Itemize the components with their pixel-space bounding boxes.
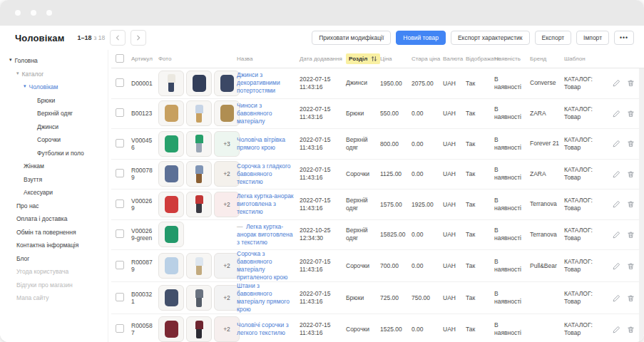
product-photo-thumb[interactable] bbox=[186, 161, 212, 187]
more-actions-button[interactable]: ••• bbox=[614, 31, 634, 45]
row-checkbox[interactable] bbox=[116, 293, 124, 301]
row-checkbox[interactable] bbox=[116, 139, 124, 147]
sidebar-item-sorochky[interactable]: Сорочки bbox=[0, 133, 108, 147]
edit-button[interactable] bbox=[613, 262, 620, 270]
sidebar-item-pro-nas[interactable]: Про нас bbox=[0, 200, 108, 213]
edit-button[interactable] bbox=[613, 110, 620, 118]
model-image bbox=[195, 105, 203, 123]
product-photo-thumb[interactable] bbox=[214, 100, 240, 126]
sidebar-item-oplata-i-dostavka[interactable]: Оплата і доставка bbox=[0, 212, 108, 226]
photo-more-badge[interactable]: +2 bbox=[214, 192, 240, 217]
sidebar-item-vzuttya[interactable]: Взуття bbox=[0, 173, 108, 187]
sidebar-item-vidguky-pro-magazyn[interactable]: Відгуки про магазин bbox=[0, 279, 108, 292]
product-photo-thumb[interactable] bbox=[214, 71, 240, 96]
product-photo-thumb[interactable] bbox=[158, 161, 184, 187]
product-photo-thumb[interactable] bbox=[158, 316, 184, 342]
row-checkbox[interactable] bbox=[116, 261, 124, 269]
sidebar-item-bryuky[interactable]: Брюки bbox=[0, 94, 108, 108]
edit-button[interactable] bbox=[613, 140, 620, 147]
sidebar-item-katalog[interactable]: ▾Каталог bbox=[0, 68, 108, 81]
edit-button[interactable] bbox=[613, 231, 620, 239]
edit-button[interactable] bbox=[613, 326, 620, 333]
hide-modifications-button[interactable]: Приховати модифікації bbox=[312, 31, 391, 45]
row-checkbox[interactable] bbox=[116, 324, 124, 333]
edit-button[interactable] bbox=[613, 200, 620, 208]
sidebar-item-verkhniy-odyag[interactable]: Верхній одяг bbox=[0, 107, 108, 120]
delete-button[interactable] bbox=[627, 294, 635, 302]
edit-button[interactable] bbox=[613, 79, 620, 87]
next-page-button[interactable] bbox=[131, 30, 146, 46]
product-name-link[interactable]: Сорочка з бавовняного матеріалу притален… bbox=[237, 250, 287, 281]
product-photo-thumb[interactable] bbox=[186, 253, 212, 279]
sidebar-item-cholovikam[interactable]: ▾Чоловікам bbox=[0, 81, 108, 94]
photo-more-badge[interactable]: +2 bbox=[214, 285, 240, 311]
photo-more-badge[interactable]: +3 bbox=[214, 131, 240, 157]
sidebar-item-ugoda-korystuvacha[interactable]: Угода користувача bbox=[0, 265, 108, 279]
product-photo-thumb[interactable] bbox=[186, 100, 212, 126]
product-name-link[interactable]: Чоловіча вітрівка прямого крою bbox=[237, 136, 285, 151]
product-name-link[interactable]: Легка куртка-анорак виготовлена з тексти… bbox=[237, 223, 292, 246]
photo-more-badge[interactable]: +2 bbox=[214, 161, 240, 187]
sidebar-item-kontaktna-informatsiya[interactable]: Контактна інформація bbox=[0, 239, 108, 252]
price-cell: 1575.00 bbox=[380, 201, 412, 208]
product-photo-thumb[interactable] bbox=[186, 131, 212, 157]
delete-button[interactable] bbox=[627, 79, 635, 87]
currency-cell: UAH bbox=[443, 110, 466, 117]
delete-button[interactable] bbox=[627, 140, 635, 147]
row-checkbox[interactable] bbox=[116, 169, 124, 177]
edit-button[interactable] bbox=[613, 294, 620, 302]
photo-more-badge[interactable]: +2 bbox=[214, 253, 240, 279]
delete-button[interactable] bbox=[627, 110, 635, 118]
sidebar-item-mapa-saytu[interactable]: Мапа сайту bbox=[0, 291, 108, 305]
import-button[interactable]: Імпорт bbox=[576, 31, 609, 45]
product-name-link[interactable]: Чиноси з бавовняного матеріалу bbox=[237, 102, 272, 125]
delete-button[interactable] bbox=[627, 231, 635, 239]
product-name-link[interactable]: Штани з бавовняного матеріалу прямого кр… bbox=[237, 282, 290, 313]
row-select-cell bbox=[111, 78, 131, 88]
photo-more-badge[interactable]: +2 bbox=[214, 316, 240, 342]
window-dot-icon[interactable] bbox=[15, 10, 21, 16]
export-button[interactable]: Експорт bbox=[535, 31, 572, 45]
model-top bbox=[195, 165, 203, 174]
product-photo-thumb[interactable] bbox=[158, 131, 184, 157]
product-photo-thumb[interactable] bbox=[158, 71, 184, 96]
prev-page-button[interactable] bbox=[110, 30, 126, 46]
sidebar-item-zhinkam[interactable]: Жінкам bbox=[0, 160, 108, 173]
sidebar-item-dzhynsy[interactable]: Джинси bbox=[0, 120, 108, 134]
product-photo-thumb[interactable] bbox=[186, 71, 212, 96]
row-checkbox[interactable] bbox=[116, 229, 124, 238]
sidebar-item-golovna[interactable]: ▾Головна bbox=[0, 54, 108, 68]
product-name-link[interactable]: Чоловічі сорочки з легкого текстилю bbox=[237, 321, 289, 336]
delete-button[interactable] bbox=[627, 262, 635, 270]
row-checkbox[interactable] bbox=[116, 200, 124, 208]
sidebar-item-aksesuary[interactable]: Аксесуари bbox=[0, 186, 108, 200]
sidebar-item-futbolky-i-polo[interactable]: Футболки и поло bbox=[0, 147, 108, 160]
product-photo-thumb[interactable] bbox=[186, 192, 212, 217]
brand-cell: Forever 21 bbox=[530, 140, 564, 147]
window-dot-icon[interactable] bbox=[46, 10, 52, 16]
product-photo-thumb[interactable] bbox=[158, 253, 184, 279]
product-name-link[interactable]: Джинси з декоративними потертостями bbox=[237, 71, 280, 94]
edit-button[interactable] bbox=[613, 170, 620, 178]
product-photo-thumb[interactable] bbox=[158, 192, 184, 217]
product-photo-thumb[interactable] bbox=[158, 100, 184, 126]
select-all-checkbox[interactable] bbox=[116, 54, 124, 63]
product-name-link[interactable]: Легка куртка-анорак виготовлена з тексти… bbox=[237, 192, 294, 215]
product-photo-thumb[interactable] bbox=[186, 285, 212, 311]
delete-button[interactable] bbox=[627, 326, 635, 333]
scrollbar[interactable] bbox=[639, 68, 644, 342]
product-name-link[interactable]: Сорочка з гладкого бавовняного текстилю bbox=[237, 162, 291, 185]
product-photo-thumb[interactable] bbox=[158, 285, 184, 311]
product-photo-thumb[interactable] bbox=[186, 316, 212, 342]
sidebar-item-blog[interactable]: Блог bbox=[0, 252, 108, 266]
new-product-button[interactable]: Новий товар bbox=[396, 31, 446, 45]
row-checkbox[interactable] bbox=[116, 78, 124, 87]
sidebar-item-obmin-ta-povernennya[interactable]: Обмін та повернення bbox=[0, 226, 108, 239]
row-checkbox[interactable] bbox=[116, 108, 124, 117]
delete-button[interactable] bbox=[627, 200, 635, 208]
delete-button[interactable] bbox=[627, 170, 635, 178]
window-dot-icon[interactable] bbox=[31, 10, 36, 16]
export-characteristics-button[interactable]: Експорт характеристик bbox=[451, 31, 530, 45]
product-photo-thumb[interactable] bbox=[158, 222, 184, 247]
section-sort-control[interactable]: Розділ bbox=[346, 53, 380, 64]
